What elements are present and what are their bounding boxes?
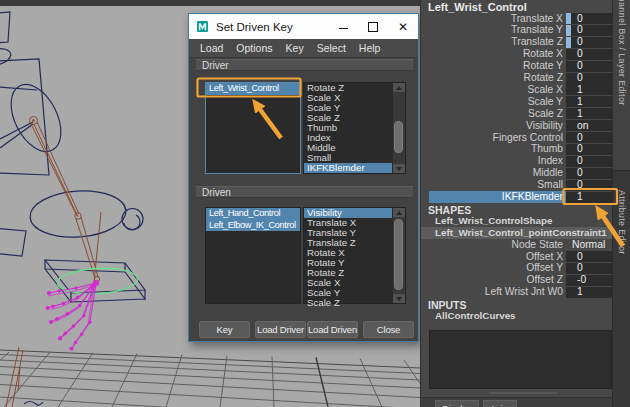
channel-value-cell[interactable] <box>566 37 612 48</box>
channel-value[interactable]: 0 <box>577 179 583 191</box>
channel-label[interactable]: Scale X <box>528 84 564 96</box>
load-driver-button[interactable]: Load Driver <box>255 321 306 338</box>
channel-label[interactable]: Scale Z <box>528 108 563 120</box>
dialog-titlebar[interactable]: Set Driven Key ✕ <box>189 14 418 39</box>
driven-object-item[interactable]: Left_Elbow_IK_Control <box>206 220 300 232</box>
shape-node-row[interactable]: Left_Wrist_Control_pointConstraint1 <box>421 227 612 239</box>
driver-attribute-item[interactable]: Small <box>304 153 405 163</box>
channel-label[interactable]: Translate X <box>511 13 563 25</box>
close-button[interactable]: Close <box>363 321 414 338</box>
channel-label[interactable]: Rotate X <box>523 48 563 60</box>
driven-object-list[interactable]: Left_Hand_ControlLeft_Elbow_IK_Control <box>205 207 301 304</box>
input-node-row[interactable]: AllControlCurves <box>421 310 612 322</box>
channel-label[interactable]: Rotate Z <box>524 72 564 84</box>
channel-value-cell[interactable] <box>566 108 612 119</box>
channel-value-cell[interactable] <box>566 156 612 167</box>
channel-value[interactable]: 0 <box>577 167 583 179</box>
driver-attribute-item[interactable]: Index <box>304 133 405 143</box>
channel-value-cell[interactable] <box>566 287 612 298</box>
channel-value-cell[interactable] <box>566 61 612 72</box>
channel-label[interactable]: Visibility <box>526 120 563 132</box>
bottom-tab-anim[interactable]: Anim <box>483 400 517 407</box>
channel-value[interactable]: 1 <box>577 84 583 96</box>
side-tab-attribute-editor[interactable]: Attribute Editor <box>613 190 630 285</box>
driver-attribute-item[interactable]: Thumb <box>304 123 405 133</box>
channel-value[interactable]: 0 <box>577 143 583 155</box>
driven-attr-scrollbar[interactable] <box>392 208 405 303</box>
maximize-button[interactable] <box>358 14 388 39</box>
driver-attribute-list[interactable]: Rotate ZScale XScale YScale ZThumbIndexM… <box>303 82 406 174</box>
channel-value[interactable]: 1 <box>577 96 583 108</box>
channel-value[interactable]: 0 <box>577 262 583 274</box>
menu-item-select[interactable]: Select <box>317 42 346 54</box>
minimize-button[interactable] <box>328 14 358 39</box>
channel-value[interactable]: 0 <box>577 60 583 72</box>
channel-label[interactable]: Index <box>538 155 563 167</box>
channel-value[interactable]: Normal <box>572 239 605 251</box>
channel-value[interactable]: 0 <box>577 155 583 167</box>
channel-label[interactable]: Thumb <box>531 143 563 155</box>
scroll-thumb[interactable] <box>394 121 403 153</box>
channel-value-cell[interactable] <box>566 84 612 95</box>
channel-value-cell[interactable] <box>566 49 612 60</box>
channel-label[interactable]: Translate Y <box>511 24 563 36</box>
driver-attribute-item[interactable]: Middle <box>304 143 405 153</box>
driver-object-list[interactable]: Left_Wrist_Control <box>205 82 301 174</box>
driven-attribute-item[interactable]: Rotate Y <box>304 258 405 268</box>
channel-value-cell[interactable] <box>566 13 612 24</box>
driven-attribute-item[interactable]: Translate Y <box>304 228 405 238</box>
side-tab-channel-box-layer-editor[interactable]: Channel Box / Layer Editor <box>613 0 630 171</box>
channel-value[interactable]: 1 <box>577 286 583 298</box>
driven-attribute-item[interactable]: Scale Z <box>304 298 405 308</box>
channel-label[interactable]: Translate Z <box>511 36 563 48</box>
channel-value-cell[interactable] <box>566 180 612 191</box>
scroll-up-button[interactable] <box>393 83 405 92</box>
close-button[interactable]: ✕ <box>388 14 418 39</box>
driven-attribute-item[interactable]: Scale Y <box>304 288 405 298</box>
driven-attribute-item[interactable]: Translate X <box>304 218 405 228</box>
channel-value[interactable]: 0 <box>577 72 583 84</box>
channel-label[interactable]: Offset Z <box>527 274 563 286</box>
driver-object-item[interactable]: Left_Wrist_Control <box>206 83 300 95</box>
channel-value[interactable]: 0 <box>577 48 583 60</box>
driven-attribute-list[interactable]: VisibilityTranslate XTranslate YTranslat… <box>303 207 406 304</box>
bottom-tab-display[interactable]: Display <box>435 400 479 407</box>
scroll-up-button[interactable] <box>393 208 405 217</box>
channel-value-cell[interactable] <box>566 132 612 143</box>
key-button[interactable]: Key <box>199 321 250 338</box>
channel-value-cell[interactable] <box>566 96 612 107</box>
driven-attribute-item[interactable]: Visibility <box>304 208 405 218</box>
channel-label[interactable]: Offset X <box>526 251 563 263</box>
driver-attr-scrollbar[interactable] <box>392 83 405 173</box>
driven-attribute-item[interactable]: Rotate X <box>304 248 405 258</box>
channel-value-cell[interactable] <box>566 25 612 36</box>
channel-value[interactable]: 0 <box>577 251 583 263</box>
channel-label[interactable]: Left Wrist Jnt W0 <box>485 286 563 298</box>
shape-node-row[interactable]: Left_Wrist_ControlShape <box>421 215 612 227</box>
channel-value[interactable]: 1 <box>577 191 583 203</box>
driven-attribute-item[interactable]: Scale X <box>304 278 405 288</box>
channel-label[interactable]: Small <box>537 179 563 191</box>
channel-value-cell[interactable] <box>566 192 612 203</box>
channel-label[interactable]: Scale Y <box>528 96 563 108</box>
driver-attribute-item[interactable]: IKFKBlemder <box>304 163 405 173</box>
scroll-down-button[interactable] <box>393 164 405 173</box>
driver-attribute-item[interactable]: Rotate Z <box>304 83 405 93</box>
channel-value[interactable]: on <box>577 120 588 132</box>
scroll-thumb[interactable] <box>394 219 403 290</box>
channel-value-cell[interactable] <box>566 263 612 274</box>
channel-value[interactable]: -0 <box>577 274 586 286</box>
channel-value-cell[interactable] <box>566 275 612 286</box>
channel-value[interactable]: 0 <box>577 132 583 144</box>
channel-value-cell[interactable] <box>566 251 612 262</box>
driven-object-item[interactable]: Left_Hand_Control <box>206 208 300 220</box>
channel-value-cell[interactable] <box>566 120 612 131</box>
driven-attribute-item[interactable]: Rotate Z <box>304 268 405 278</box>
menu-item-help[interactable]: Help <box>359 42 381 54</box>
menu-item-key[interactable]: Key <box>286 42 304 54</box>
channel-value[interactable]: 0 <box>577 24 583 36</box>
channel-label[interactable]: Fingers Control <box>493 132 563 144</box>
driven-attribute-item[interactable]: Translate Z <box>304 238 405 248</box>
channel-label[interactable]: Offset Y <box>526 262 563 274</box>
channel-label[interactable]: Rotate Y <box>523 60 563 72</box>
